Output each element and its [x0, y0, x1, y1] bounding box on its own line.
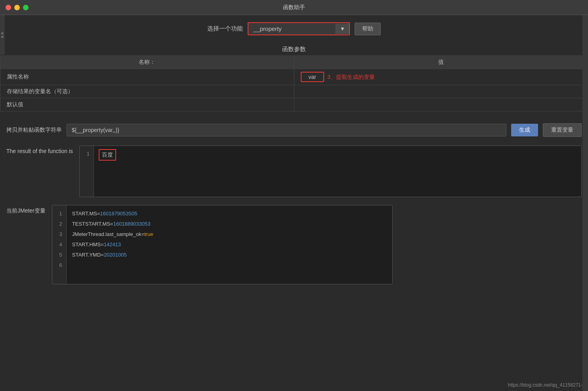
copy-section: 拷贝并粘贴函数字符串 生成 重置变量 [0, 119, 588, 142]
jmeter-section: 当前JMeter变量 1 2 3 4 5 6 START.MS=16018790… [0, 201, 588, 391]
function-dropdown-button[interactable]: ▼ [336, 23, 349, 34]
jmeter-var-row: JMeterThread.last_sample_ok=true [72, 229, 387, 240]
result-highlighted-text: 百度 [99, 149, 116, 161]
reset-button[interactable]: 重置变量 [543, 123, 582, 137]
maximize-button[interactable] [23, 5, 29, 10]
jmeter-label: 当前JMeter变量 [6, 205, 46, 215]
jmeter-box: 1 2 3 4 5 6 START.MS=1601879053505TESTST… [52, 205, 393, 284]
col-name-header: 名称： [0, 56, 294, 69]
watermark: https://blog.csdn.net/qq_41158271- [508, 382, 582, 388]
jmeter-var-row: START.HMS=142413 [72, 240, 387, 250]
param-name-0: 属性名称 [0, 69, 294, 85]
result-label: The result of the function is [6, 146, 73, 154]
param-var-highlight: var [301, 72, 324, 82]
jmeter-var-row: TESTSTART.MS=1601889033053 [72, 219, 387, 229]
jmeter-var-row: START.YMD=20201005 [72, 250, 387, 260]
jmeter-var-row: START.MS=1601879053505 [72, 209, 387, 219]
param-name-2: 默认值 [0, 98, 294, 111]
copy-input[interactable] [67, 124, 506, 136]
result-code: 百度 [94, 146, 581, 197]
jmeter-code: START.MS=1601879053505TESTSTART.MS=16018… [67, 205, 392, 284]
top-bar: 选择一个功能 ▼ 帮助 [0, 15, 588, 42]
function-select-wrapper: ▼ [248, 22, 350, 35]
result-box: 1 百度 [79, 146, 582, 197]
param-hint-0: 3、提取生成的变量 [327, 74, 375, 80]
copy-label: 拷贝并粘贴函数字符串 [6, 126, 62, 134]
left-accent [0, 15, 5, 55]
params-table: 名称： 值 属性名称var3、提取生成的变量存储结果的变量名（可选）默认值 [0, 56, 588, 111]
param-value-0[interactable]: var3、提取生成的变量 [294, 69, 588, 85]
param-value-2[interactable] [294, 98, 588, 111]
param-value-1[interactable] [294, 85, 588, 98]
params-section-header: 函数参数 [0, 42, 588, 56]
generate-button[interactable]: 生成 [511, 124, 538, 136]
title-bar: 函数助手 [0, 0, 588, 15]
param-name-1: 存储结果的变量名（可选） [0, 85, 294, 98]
close-button[interactable] [6, 5, 11, 10]
window-title: 函数助手 [283, 4, 305, 11]
main-content: 选择一个功能 ▼ 帮助 函数参数 名称： 值 属性名称var3、提取生成的变量存… [0, 15, 588, 391]
right-scrollbar[interactable] [582, 15, 588, 391]
minimize-button[interactable] [14, 5, 20, 10]
window-controls [6, 5, 29, 10]
help-button[interactable]: 帮助 [355, 23, 381, 35]
col-value-header: 值 [294, 56, 588, 69]
result-line-numbers: 1 [80, 146, 94, 197]
function-input[interactable] [248, 23, 336, 34]
result-section: The result of the function is 1 百度 [0, 142, 588, 201]
function-select-label: 选择一个功能 [207, 25, 243, 33]
jmeter-line-numbers: 1 2 3 4 5 6 [52, 205, 67, 284]
